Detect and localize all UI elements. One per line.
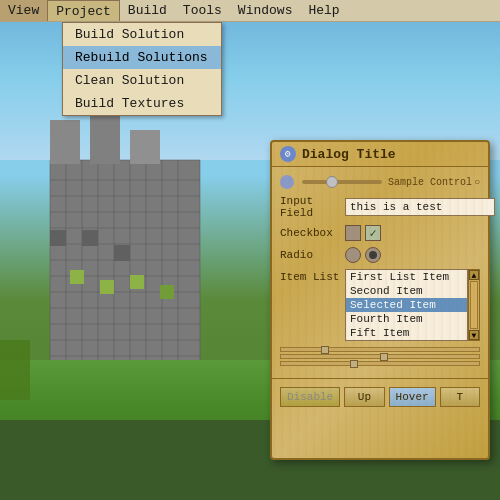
t-button[interactable]: T bbox=[440, 387, 480, 407]
radio-unselected[interactable] bbox=[345, 247, 361, 263]
list-scrollbar[interactable]: ▲ ▼ bbox=[468, 269, 480, 341]
disable-button[interactable]: Disable bbox=[280, 387, 340, 407]
dialog-title-bar: ⚙ Dialog Title bbox=[272, 142, 488, 167]
svg-rect-28 bbox=[160, 285, 174, 299]
dialog-panel: ⚙ Dialog Title Sample Control ○ Input Fi… bbox=[270, 140, 490, 460]
svg-rect-22 bbox=[50, 120, 80, 164]
list-item-1[interactable]: Second Item bbox=[346, 284, 467, 298]
svg-rect-30 bbox=[82, 230, 98, 246]
scroll-track bbox=[470, 281, 478, 329]
svg-rect-31 bbox=[114, 245, 130, 261]
slider-label: Sample Control bbox=[388, 177, 472, 188]
list-item-4[interactable]: Fift Item bbox=[346, 326, 467, 340]
dropdown-item-build-textures[interactable]: Build Textures bbox=[63, 92, 221, 115]
menu-project[interactable]: Project bbox=[47, 0, 120, 21]
tree-left bbox=[0, 340, 30, 400]
radio-row: Radio bbox=[280, 247, 480, 263]
svg-rect-29 bbox=[50, 230, 66, 246]
menu-tools[interactable]: Tools bbox=[175, 0, 230, 21]
checkbox-checked[interactable]: ✓ bbox=[365, 225, 381, 241]
minecraft-building bbox=[30, 100, 250, 400]
checkbox-area: ✓ bbox=[345, 225, 381, 241]
svg-rect-27 bbox=[130, 275, 144, 289]
input-field-label: Input Field bbox=[280, 195, 345, 219]
dialog-buttons: Disable Up Hover T bbox=[280, 387, 480, 407]
mini-slider-3[interactable] bbox=[280, 361, 480, 366]
dialog-title: Dialog Title bbox=[302, 147, 396, 162]
dropdown-item-build-solution[interactable]: Build Solution bbox=[63, 23, 221, 46]
svg-rect-24 bbox=[130, 130, 160, 164]
input-field[interactable] bbox=[345, 198, 495, 216]
slider-track[interactable] bbox=[302, 180, 382, 184]
mini-slider-handle-3[interactable] bbox=[350, 360, 358, 368]
radio-group bbox=[345, 247, 381, 263]
scroll-down-button[interactable]: ▼ bbox=[469, 330, 479, 340]
dialog-body: Sample Control ○ Input Field Checkbox ✓ … bbox=[272, 167, 488, 378]
menu-windows[interactable]: Windows bbox=[230, 0, 301, 21]
dropdown-item-clean-solution[interactable]: Clean Solution bbox=[63, 69, 221, 92]
project-dropdown-menu: Build Solution Rebuild Solutions Clean S… bbox=[62, 22, 222, 116]
mini-slider-1[interactable] bbox=[280, 347, 480, 352]
input-field-row: Input Field bbox=[280, 195, 480, 219]
mini-slider-handle-1[interactable] bbox=[321, 346, 329, 354]
list-with-scrollbar: First List Item Second Item Selected Ite… bbox=[345, 269, 480, 341]
list-row: Item List First List Item Second Item Se… bbox=[280, 269, 480, 341]
slider-end: ○ bbox=[474, 177, 480, 188]
list-label: Item List bbox=[280, 269, 345, 283]
slider-icon bbox=[280, 175, 294, 189]
menu-help[interactable]: Help bbox=[300, 0, 347, 21]
list-item-3[interactable]: Fourth Item bbox=[346, 312, 467, 326]
svg-rect-25 bbox=[70, 270, 84, 284]
slider-thumb[interactable] bbox=[326, 176, 338, 188]
list-box[interactable]: First List Item Second Item Selected Ite… bbox=[345, 269, 468, 341]
svg-rect-26 bbox=[100, 280, 114, 294]
mini-slider-2[interactable] bbox=[280, 354, 480, 359]
dialog-settings-icon: ⚙ bbox=[280, 146, 296, 162]
menu-build[interactable]: Build bbox=[120, 0, 175, 21]
menubar: View Project Build Tools Windows Help bbox=[0, 0, 500, 22]
dropdown-item-rebuild-solutions[interactable]: Rebuild Solutions bbox=[63, 46, 221, 69]
list-item-0[interactable]: First List Item bbox=[346, 270, 467, 284]
multi-sliders bbox=[280, 347, 480, 366]
up-button[interactable]: Up bbox=[344, 387, 384, 407]
checkbox-label: Checkbox bbox=[280, 227, 345, 239]
radio-label: Radio bbox=[280, 249, 345, 261]
dialog-bottom-controls: Disable Up Hover T bbox=[272, 378, 488, 411]
scroll-up-button[interactable]: ▲ bbox=[469, 270, 479, 280]
menu-view[interactable]: View bbox=[0, 0, 47, 21]
mini-slider-handle-2[interactable] bbox=[380, 353, 388, 361]
checkbox-row: Checkbox ✓ bbox=[280, 225, 480, 241]
list-item-2-selected[interactable]: Selected Item bbox=[346, 298, 467, 312]
slider-row: Sample Control ○ bbox=[280, 175, 480, 189]
hover-button[interactable]: Hover bbox=[389, 387, 436, 407]
radio-selected[interactable] bbox=[365, 247, 381, 263]
checkbox-unchecked[interactable] bbox=[345, 225, 361, 241]
